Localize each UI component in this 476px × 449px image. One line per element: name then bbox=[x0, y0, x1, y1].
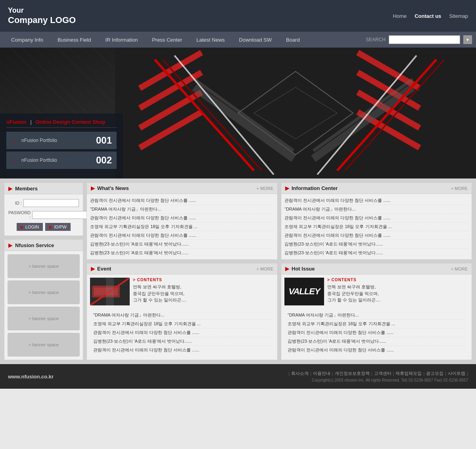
hero-banner: nFusion | Online Design Content Shop → n… bbox=[0, 48, 476, 178]
footer-link-0[interactable]: 회사소개 bbox=[291, 370, 309, 376]
service-panel: ▶ Nfusion Service + banner space + banne… bbox=[4, 239, 83, 360]
header-nav-sitemap[interactable]: Sitemap bbox=[449, 13, 468, 19]
portfolio-item-2[interactable]: → nFusion Portfolio 002 bbox=[6, 152, 117, 169]
info-center-icon: ▶ bbox=[285, 185, 289, 191]
list-item[interactable]: 관람객이 전시관에서 미래의 다양한 첨단 서비스를 ...... bbox=[93, 346, 271, 354]
logo-line2: Company LOGO bbox=[8, 15, 76, 25]
members-panel: ▶ Members ID : PASWORD : ▶ LOGIN bbox=[4, 182, 83, 236]
hero-separator: | bbox=[30, 119, 32, 125]
info-center-more[interactable]: + MORE bbox=[451, 186, 468, 191]
list-item[interactable]: 조영재 외교부 기획관리실장은 18일 오후 기자회견을 ... bbox=[90, 223, 274, 231]
portfolio-num-1: 001 bbox=[96, 135, 112, 146]
banner-1[interactable]: + banner space bbox=[8, 254, 80, 278]
hot-issue-news-list: "DRAMA 여자사랑 기금」마련한다... 조영재 외교부 기획관리실장은 1… bbox=[284, 309, 468, 357]
hot-issue-desc-line2: 중국집 군만두만을 먹으며, bbox=[327, 290, 468, 297]
id-input[interactable] bbox=[23, 199, 79, 207]
search-button[interactable]: ▼ bbox=[463, 35, 472, 44]
logo[interactable]: Your Company LOGO bbox=[8, 6, 76, 25]
event-icon: ▶ bbox=[91, 266, 95, 272]
nav-press-center[interactable]: Press Center bbox=[145, 32, 189, 48]
event-description: > CONTENTS 언뜩 보면 싸구려 호텔방, 중국집 군만두만을 먹으며,… bbox=[133, 278, 274, 305]
event-title: ▶ Event bbox=[91, 266, 111, 272]
list-item[interactable]: 김병현(23·보스턴)이 'A로드 태풍'에서 벗어났다...... bbox=[90, 240, 274, 249]
service-banners: + banner space + banner space + banner s… bbox=[4, 251, 83, 360]
event-svg bbox=[90, 278, 130, 305]
hot-issue-top: VALLEY > CONTENTS 언뜩 보면 싸구려 호텔방, 중국집 군만두… bbox=[284, 278, 468, 305]
nav-ir-information[interactable]: IR Information bbox=[98, 32, 145, 48]
banner-4[interactable]: + banner space bbox=[8, 333, 80, 357]
sidebar: ▶ Members ID : PASWORD : ▶ LOGIN bbox=[4, 182, 83, 360]
header: Your Company LOGO Home Contact us Sitema… bbox=[0, 0, 476, 32]
footer-link-1[interactable]: 이용안내 bbox=[313, 370, 330, 376]
hero-overlay: nFusion | Online Design Content Shop → n… bbox=[0, 113, 123, 178]
nav-board[interactable]: Board bbox=[279, 32, 307, 48]
footer-right: | 회사소개 | 이용안내 | 개인정보보호정책 | 고객센터 | 제휴업체모집… bbox=[288, 370, 468, 382]
list-item[interactable]: 김병현(23·보스턴)이 'A로드 태풍'에서 벗어났다...... bbox=[93, 337, 271, 346]
list-item[interactable]: 관람객이 전시관에서 미래의 다양한 첨단 서비스를 ...... bbox=[284, 214, 468, 223]
main-nav: Company Info Business Field IR Informati… bbox=[0, 32, 476, 48]
list-item[interactable]: 관람객이 전시관에서 미래의 다양한 첨단 서비스를 ...... bbox=[93, 328, 271, 337]
list-item[interactable]: 관람객이 전시관에서 미래의 다양한 첨단 서비스를 ...... bbox=[284, 231, 468, 240]
list-item[interactable]: 관람객이 전시관에서 미래의 다양한 첨단 서비스를 ...... bbox=[90, 214, 274, 223]
list-item[interactable]: "DRAMA 여자사랑 기금」마련한다... bbox=[284, 205, 468, 214]
list-item[interactable]: 관람객이 전시관에서 미래의 다양한 첨단 서비스를 ...... bbox=[90, 231, 274, 240]
event-title-text: Event bbox=[97, 266, 111, 272]
hero-brand-name: nFusion bbox=[6, 119, 27, 125]
event-more[interactable]: + MORE bbox=[257, 267, 273, 271]
event-desc-line1: 언뜩 보면 싸구려 호텔방, bbox=[133, 284, 274, 290]
event-desc-line3: 그가 할 수 있는 일이라곤.... bbox=[133, 297, 274, 303]
footer-link-4[interactable]: 제휴업체모집 bbox=[395, 370, 422, 376]
list-item[interactable]: 조영재 외교부 기획관리실장은 18일 오후 기자회견을 ... bbox=[288, 320, 465, 328]
search-label: SEARCH bbox=[366, 37, 386, 42]
hot-issue-panel: ▶ Hot Issue + MORE VALLEY > CONTENTS bbox=[281, 263, 472, 360]
password-label: PASWORD : bbox=[8, 210, 31, 220]
list-item[interactable]: 김병현(23·보스턴)이 'A로드 태풍'에서 벗어났다...... bbox=[288, 337, 465, 346]
list-item[interactable]: 조영재 외교부 기획관리실장은 18일 오후 기자회견을 ... bbox=[93, 320, 271, 328]
valley-text: VALLEY bbox=[288, 286, 320, 297]
list-item[interactable]: "DRAMA 여자사랑 기금」마련한다... bbox=[288, 311, 465, 320]
password-input[interactable] bbox=[32, 211, 88, 219]
footer-link-2[interactable]: 개인정보보호정책 bbox=[335, 370, 370, 376]
footer-link-3[interactable]: 고객센터 bbox=[374, 370, 392, 376]
list-item[interactable]: 관람객이 전시관에서 미래의 다양한 첨단 서비스를 ...... bbox=[288, 346, 465, 354]
list-item[interactable]: 김병현(23·보스턴)이 'A로드 태풍'에서 벗어났다...... bbox=[90, 249, 274, 257]
nav-business-field[interactable]: Business Field bbox=[50, 32, 98, 48]
main-bottom-row: ▶ Event + MORE bbox=[86, 263, 472, 360]
event-desc-line2: 중국집 군만두만을 먹으며, bbox=[133, 290, 274, 297]
header-nav-home[interactable]: Home bbox=[393, 13, 407, 19]
list-item[interactable]: 김병현(23·보스턴)이 'A로드 태풍'에서 벗어났다...... bbox=[284, 240, 468, 249]
hero-tagline: Online Design Content Shop bbox=[35, 119, 105, 125]
event-top: > CONTENTS 언뜩 보면 싸구려 호텔방, 중국집 군만두만을 먹으며,… bbox=[90, 278, 274, 305]
svg-rect-25 bbox=[106, 278, 114, 305]
nav-company-info[interactable]: Company Info bbox=[4, 32, 50, 48]
footer-copyright: Copyright(c) 2003 nfusion Inc. All right… bbox=[288, 378, 468, 382]
list-item[interactable]: "DRAMA 여자사랑 기금」마련한다... bbox=[93, 311, 271, 320]
portfolio-item-1[interactable]: → nFusion Portfolio 001 bbox=[6, 132, 117, 149]
whats-news-more[interactable]: + MORE bbox=[257, 186, 273, 191]
nav-download-sw[interactable]: Download SW bbox=[232, 32, 279, 48]
list-item[interactable]: 김병현(23·보스턴)이 'A로드 태풍'에서 벗어났다...... bbox=[284, 249, 468, 257]
nav-latest-news[interactable]: Latest News bbox=[189, 32, 232, 48]
login-button[interactable]: ▶ LOGIN bbox=[17, 223, 43, 231]
search-input[interactable] bbox=[389, 35, 460, 44]
list-item[interactable]: 관람객이 전시관에서 미래의 다양한 첨단 서비스를 ...... bbox=[90, 196, 274, 205]
hot-issue-image: VALLEY bbox=[284, 278, 324, 305]
members-panel-header: ▶ Members bbox=[4, 183, 83, 194]
list-item[interactable]: 조영재 외교부 기획관리실장은 18일 오후 기자회견을 ... bbox=[284, 223, 468, 231]
banner-2[interactable]: + banner space bbox=[8, 280, 80, 304]
main-columns: ▶ What's News + MORE 관람객이 전시관에서 미래의 다양한 … bbox=[86, 182, 472, 360]
idpw-button[interactable]: ▶ ID/PW bbox=[45, 223, 71, 231]
list-item[interactable]: 관람객이 전시관에서 미래의 다양한 첨단 서비스를 ...... bbox=[288, 328, 465, 337]
event-content: > CONTENTS 언뜩 보면 싸구려 호텔방, 중국집 군만두만을 먹으며,… bbox=[87, 274, 277, 360]
list-item[interactable]: "DRAMA 여자사랑 기금」마련한다... bbox=[90, 205, 274, 214]
hot-issue-more[interactable]: + MORE bbox=[451, 267, 468, 271]
footer-link-5[interactable]: 광고모집 bbox=[426, 370, 443, 376]
nav-search-area: SEARCH ▼ bbox=[366, 35, 472, 44]
info-center-title: ▶ Information Center bbox=[285, 185, 338, 191]
event-image bbox=[90, 278, 130, 305]
idpw-arrow: ▶ bbox=[49, 225, 52, 229]
list-item[interactable]: 관람객이 전시관에서 미래의 다양한 첨단 서비스를 ...... bbox=[284, 196, 468, 205]
footer-link-6[interactable]: 사이트맵 bbox=[448, 370, 465, 376]
banner-3[interactable]: + banner space bbox=[8, 307, 80, 330]
header-nav-contact[interactable]: Contact us bbox=[415, 13, 441, 19]
